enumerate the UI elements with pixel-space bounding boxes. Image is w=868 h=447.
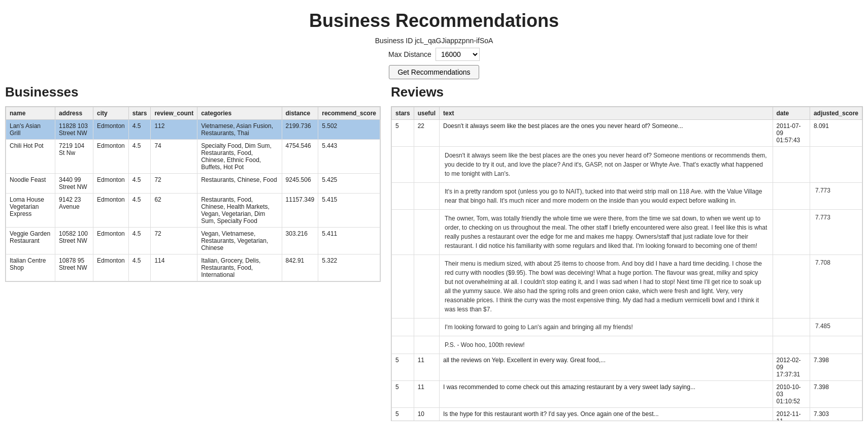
reviews-section-title: Reviews: [391, 84, 863, 100]
reviews-header-row: stars useful text date adjusted_score: [392, 107, 862, 120]
reviews-table-wrapper[interactable]: stars useful text date adjusted_score 52…: [391, 106, 863, 421]
table-row[interactable]: Noodle Feast3440 99 Street NWEdmonton4.5…: [6, 174, 380, 194]
review-expanded-row: Doesn't it always seem like the best pla…: [392, 147, 862, 183]
col-adjusted-score: adjusted_score: [810, 107, 862, 120]
reviews-table: stars useful text date adjusted_score 52…: [391, 107, 862, 421]
col-city: city: [93, 107, 129, 120]
businesses-table: name address city stars review_count cat…: [6, 107, 380, 281]
col-stars: stars: [128, 107, 151, 120]
page-title: Business Recommendations: [0, 0, 868, 37]
businesses-header-row: name address city stars review_count cat…: [6, 107, 380, 120]
table-row[interactable]: 522Doesn't it always seem like the best …: [392, 120, 862, 147]
table-row[interactable]: Loma House Vegetarian Express9142 23 Ave…: [6, 194, 380, 228]
review-expanded-row: It's in a pretty random spot (unless you…: [392, 183, 862, 210]
review-expanded-row: I'm looking forward to going to Lan's ag…: [392, 318, 862, 336]
col-text: text: [440, 107, 773, 120]
table-row[interactable]: Veggie Garden Restaurant10582 100 Street…: [6, 228, 380, 254]
table-row[interactable]: 511all the reviews on Yelp. Excellent in…: [392, 354, 862, 381]
reviews-panel: Reviews stars useful text date adjusted_…: [381, 84, 863, 421]
get-recommendations-button[interactable]: Get Recommendations: [389, 65, 479, 79]
main-layout: Businesses name address city stars revie…: [0, 84, 868, 421]
table-row[interactable]: 511I was recommended to come check out t…: [392, 381, 862, 408]
table-row[interactable]: Chili Hot Pot7219 104 St NwEdmonton4.574…: [6, 140, 380, 174]
col-review-count: review_count: [151, 107, 197, 120]
col-name: name: [6, 107, 55, 120]
businesses-table-wrapper[interactable]: name address city stars review_count cat…: [5, 106, 381, 282]
col-recommend-score: recommend_score: [318, 107, 380, 120]
max-distance-row: Max Distance 16000 8000 4000 2000 1000: [0, 48, 868, 61]
review-expanded-row: Their menu is medium sized, with about 2…: [392, 255, 862, 318]
col-useful: useful: [414, 107, 439, 120]
business-id-label: Business ID jcL_qaGJiappzpnn-ifSoA: [0, 37, 868, 45]
col-categories: categories: [197, 107, 282, 120]
controls-section: Business ID jcL_qaGJiappzpnn-ifSoA Max D…: [0, 37, 868, 79]
col-distance: distance: [282, 107, 318, 120]
review-expanded-row: P.S. - Woo hoo, 100th review!: [392, 336, 862, 354]
businesses-panel: Businesses name address city stars revie…: [5, 84, 381, 421]
max-distance-select[interactable]: 16000 8000 4000 2000 1000: [436, 48, 480, 61]
table-row[interactable]: Italian Centre Shop10878 95 Street NWEdm…: [6, 254, 380, 281]
businesses-section-title: Businesses: [5, 84, 381, 100]
col-stars: stars: [392, 107, 414, 120]
col-address: address: [55, 107, 93, 120]
max-distance-label: Max Distance: [388, 50, 431, 58]
review-expanded-row: The owner, Tom, was totally friendly the…: [392, 210, 862, 255]
col-date: date: [773, 107, 810, 120]
table-row[interactable]: Lan's Asian Grill11828 103 Street NWEdmo…: [6, 120, 380, 140]
table-row[interactable]: 510Is the hype for this restaurant worth…: [392, 408, 862, 422]
